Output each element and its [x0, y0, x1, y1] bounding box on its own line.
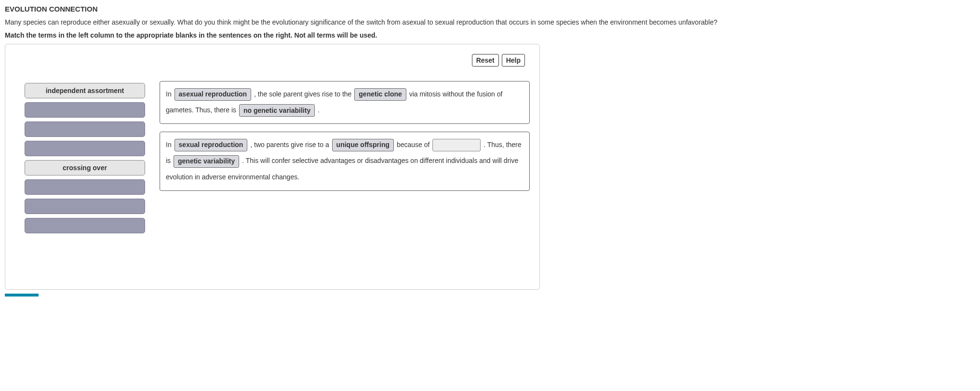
sentence-text: , two parents give rise to a: [250, 141, 329, 148]
terms-column: independent assortment crossing over: [15, 81, 145, 233]
sentence-text: .: [318, 106, 320, 114]
drop-blank[interactable]: unique offspring: [332, 139, 394, 151]
sentences-column: In asexual reproduction , the sole paren…: [160, 81, 530, 191]
term-item[interactable]: [25, 199, 145, 214]
help-button[interactable]: Help: [502, 54, 525, 67]
term-item[interactable]: independent assortment: [25, 83, 145, 98]
drop-blank[interactable]: genetic variability: [174, 155, 239, 168]
reset-button[interactable]: Reset: [472, 54, 499, 67]
drop-blank[interactable]: sexual reproduction: [175, 139, 248, 151]
drop-blank[interactable]: [432, 139, 481, 151]
sentence-text: In: [166, 141, 172, 148]
sentence-text: , the sole parent gives rise to the: [254, 90, 351, 98]
term-item[interactable]: [25, 121, 145, 137]
activity-container: Reset Help independent assortment crossi…: [5, 44, 540, 290]
sentence-text: In: [166, 90, 172, 98]
drop-blank[interactable]: genetic clone: [354, 88, 406, 101]
term-item[interactable]: [25, 179, 145, 195]
sentence-text: because of: [397, 141, 430, 148]
term-item[interactable]: [25, 102, 145, 118]
term-item[interactable]: crossing over: [25, 160, 145, 175]
section-heading: EVOLUTION CONNECTION: [5, 5, 975, 13]
activity-controls: Reset Help: [15, 54, 530, 67]
sentence-box-1: In asexual reproduction , the sole paren…: [160, 81, 530, 124]
term-item[interactable]: [25, 141, 145, 156]
drop-blank[interactable]: no genetic variability: [239, 104, 315, 117]
question-prompt: Many species can reproduce either asexua…: [5, 18, 975, 27]
drop-blank[interactable]: asexual reproduction: [175, 88, 252, 101]
sentence-box-2: In sexual reproduction , two parents giv…: [160, 132, 530, 191]
term-item[interactable]: [25, 218, 145, 233]
instruction-text: Match the terms in the left column to th…: [5, 31, 975, 39]
footer-accent-bar: [5, 294, 39, 297]
